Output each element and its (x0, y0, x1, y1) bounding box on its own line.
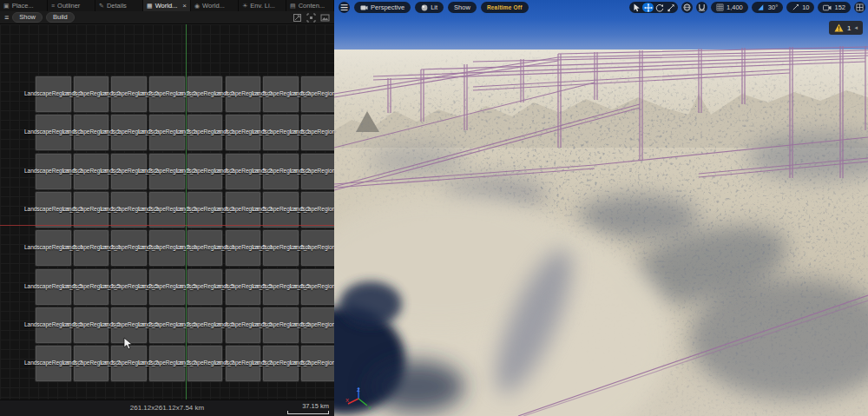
scale-ruler-line (287, 411, 329, 414)
landscape-region-tile[interactable] (35, 114, 72, 151)
surface-snapping-toggle[interactable] (696, 2, 707, 13)
world-space-icon (683, 3, 691, 11)
landscape-region-tile[interactable] (300, 153, 334, 190)
landscape-region-tile[interactable] (187, 76, 224, 113)
landscape-region-tile[interactable] (35, 307, 72, 344)
rotate-tool[interactable] (654, 3, 665, 12)
landscape-region-tile[interactable] (148, 268, 186, 306)
landscape-region-tile[interactable] (73, 191, 110, 228)
select-tool[interactable] (631, 3, 642, 12)
camera-icon (360, 4, 368, 11)
3d-viewport[interactable]: ≡ Perspective Lit Show Realtime Off (334, 0, 868, 416)
rotation-snap-value: 30° (768, 3, 778, 11)
landscape-region-tile[interactable] (300, 191, 334, 228)
landscape-region-tile[interactable] (110, 76, 148, 113)
landscape-region-tile[interactable] (225, 191, 262, 228)
landscape-region-tile[interactable] (187, 268, 224, 306)
coordinate-space-toggle[interactable] (681, 2, 693, 13)
landscape-region-tile[interactable] (35, 76, 72, 113)
landscape-region-tile[interactable] (225, 153, 262, 190)
landscape-region-tile[interactable] (148, 76, 186, 113)
surface-snap-icon (698, 3, 706, 11)
landscape-region-tile[interactable] (187, 345, 224, 382)
landscape-region-tile[interactable] (110, 114, 148, 151)
landscape-region-tile[interactable] (35, 345, 72, 382)
landscape-region-tile[interactable] (262, 76, 299, 113)
rotation-snap-control[interactable]: 30° (752, 2, 783, 13)
landscape-region-tile[interactable] (187, 153, 224, 190)
landscape-region-tile[interactable] (262, 268, 299, 306)
landscape-region-tile[interactable] (35, 229, 72, 267)
landscape-region-tile[interactable] (148, 153, 186, 190)
landscape-region-tile[interactable] (262, 114, 299, 151)
show-flags-menu[interactable]: Show (448, 2, 477, 13)
landscape-region-tile[interactable] (148, 229, 186, 267)
scale-snap-icon (792, 3, 799, 11)
viewport-warnings-badge[interactable]: 1 ◂ (829, 21, 863, 35)
landscape-region-tile[interactable] (187, 191, 224, 228)
landscape-region-tile[interactable] (187, 114, 224, 151)
landscape-region-tile[interactable] (73, 114, 110, 151)
landscape-region-tile[interactable] (262, 345, 299, 382)
landscape-region-tile[interactable] (110, 229, 148, 267)
landscape-region-tile[interactable] (262, 307, 299, 344)
landscape-region-tile[interactable] (300, 345, 334, 382)
landscape-region-tile[interactable] (225, 76, 262, 113)
landscape-region-tile[interactable] (187, 229, 224, 267)
landscape-region-tile[interactable] (73, 153, 110, 190)
landscape-region-tile[interactable] (73, 268, 110, 306)
scale-tool[interactable] (665, 3, 676, 12)
viewport-toolbar: ≡ Perspective Lit Show Realtime Off (339, 2, 529, 13)
unreal-editor-window: ▣Place...≡Outliner✎Details▦World...×◉Wor… (0, 0, 868, 416)
landscape-region-tile[interactable] (300, 268, 334, 306)
landscape-region-tile[interactable] (110, 268, 148, 306)
lit-label: Lit (431, 3, 437, 11)
scale-snap-value: 10 (802, 3, 809, 11)
landscape-region-tile[interactable] (110, 153, 148, 190)
viewport-menu-icon[interactable]: ≡ (339, 2, 350, 13)
landscape-region-tile[interactable] (73, 229, 110, 267)
landscape-region-tile[interactable] (225, 229, 262, 267)
camera-speed-icon (823, 4, 832, 11)
scale-snap-control[interactable]: 10 (786, 2, 814, 13)
landscape-region-tile[interactable] (73, 76, 110, 113)
select-cursor-icon (633, 3, 641, 12)
landscape-region-tile[interactable] (300, 307, 334, 344)
landscape-region-tile[interactable] (73, 345, 110, 382)
show-label: Show (454, 3, 470, 11)
move-icon (644, 3, 653, 12)
landscape-region-tile[interactable] (300, 114, 334, 151)
landscape-region-tile[interactable] (110, 191, 148, 228)
landscape-region-tile[interactable] (35, 153, 72, 190)
landscape-region-tile[interactable] (35, 191, 72, 228)
landscape-region-tile[interactable] (148, 307, 186, 344)
landscape-region-tile[interactable] (148, 191, 186, 228)
move-tool[interactable] (642, 3, 654, 12)
realtime-label: Realtime Off (487, 4, 523, 10)
landscape-region-tile[interactable] (262, 191, 299, 228)
camera-speed-control[interactable]: 152 (818, 2, 851, 13)
grid-snap-control[interactable]: 1,400 (711, 2, 748, 13)
landscape-region-tile[interactable] (262, 153, 299, 190)
landscape-region-tile[interactable] (73, 307, 110, 344)
world-dimensions-label: 261.12x261.12x7.54 km (0, 404, 334, 412)
realtime-toggle[interactable]: Realtime Off (481, 2, 529, 13)
landscape-region-tile[interactable] (187, 307, 224, 344)
landscape-region-tile[interactable] (148, 114, 186, 151)
viewport-layout-button[interactable] (854, 2, 865, 13)
landscape-region-tile[interactable] (225, 307, 262, 344)
perspective-selector[interactable]: Perspective (354, 2, 411, 13)
landscape-region-tile[interactable] (225, 268, 262, 306)
svg-text:Z: Z (357, 387, 360, 393)
landscape-region-tile[interactable] (35, 268, 72, 306)
collapse-arrow-icon[interactable]: ◂ (854, 24, 858, 31)
landscape-region-tile[interactable] (300, 76, 334, 113)
landscape-region-tile[interactable] (148, 345, 186, 382)
landscape-region-tile[interactable] (262, 229, 299, 267)
view-mode-selector[interactable]: Lit (415, 2, 444, 13)
viewport-3d-render (334, 0, 868, 416)
world-partition-panel: ▣Place...≡Outliner✎Details▦World...×◉Wor… (0, 0, 334, 416)
landscape-region-tile[interactable] (300, 229, 334, 267)
landscape-region-tile[interactable] (225, 345, 262, 382)
landscape-region-tile[interactable] (225, 114, 262, 151)
